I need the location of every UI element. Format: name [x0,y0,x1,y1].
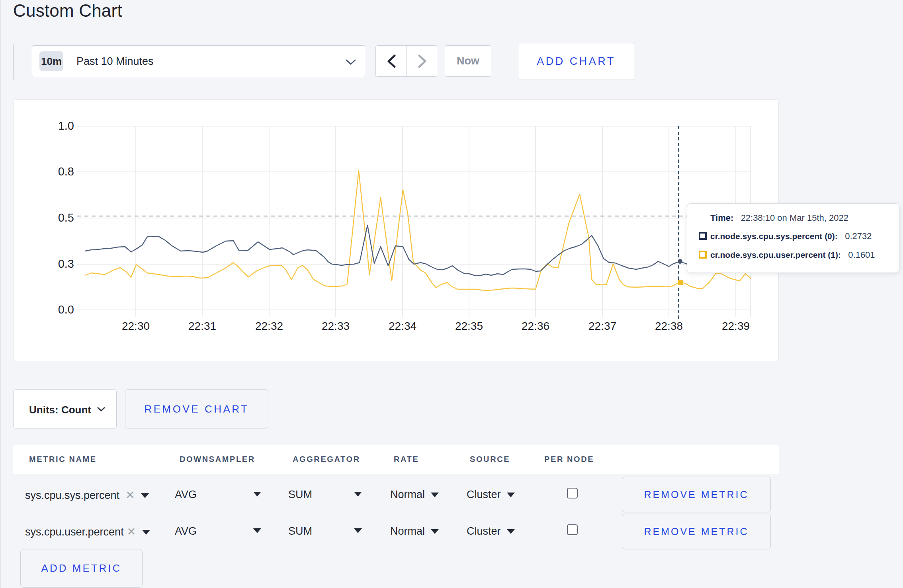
svg-text:0.8: 0.8 [58,165,74,178]
svg-text:0.0: 0.0 [58,303,74,316]
svg-text:22:36: 22:36 [522,320,549,332]
svg-text:22:34: 22:34 [389,320,416,332]
svg-text:22:31: 22:31 [188,320,216,332]
svg-text:22:33: 22:33 [322,320,350,332]
svg-text:22:38: 22:38 [655,320,683,332]
svg-text:22:37: 22:37 [588,320,616,332]
svg-text:0.5: 0.5 [58,211,74,224]
svg-text:22:32: 22:32 [255,320,283,332]
svg-text:22:35: 22:35 [455,320,483,332]
svg-text:1.0: 1.0 [58,119,74,132]
svg-text:22:39: 22:39 [722,320,750,332]
svg-text:0.3: 0.3 [58,257,74,270]
svg-text:22:30: 22:30 [122,320,150,332]
